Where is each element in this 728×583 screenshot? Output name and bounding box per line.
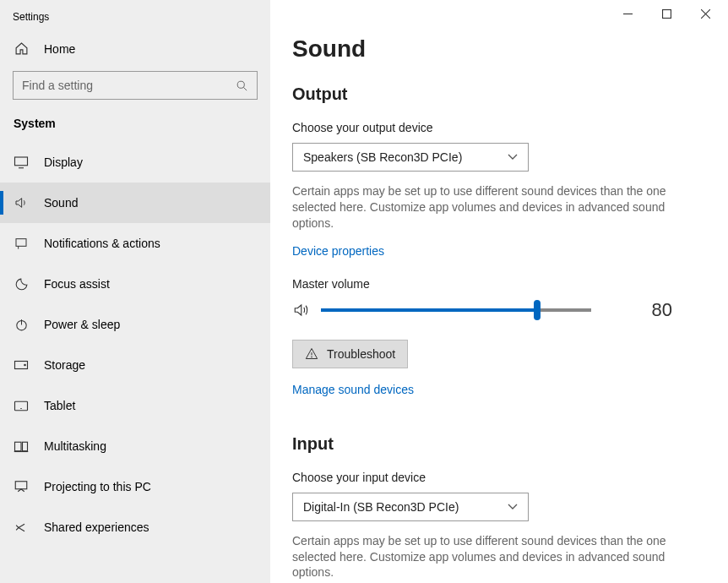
svg-rect-4 (16, 239, 26, 247)
tablet-icon (14, 400, 29, 412)
power-icon (14, 318, 29, 332)
timeline-icon (14, 440, 29, 453)
svg-point-20 (312, 357, 312, 357)
nav-item-sound[interactable]: Sound (0, 183, 270, 223)
main: Sound Output Choose your output device S… (270, 0, 728, 583)
input-desc: Certain apps may be set up to use differ… (292, 533, 672, 581)
sidebar: Settings Home System Display Sound Notif… (0, 0, 270, 583)
nav-label: Display (44, 155, 83, 169)
chevron-down-icon (508, 154, 518, 161)
device-properties-link[interactable]: Device properties (292, 244, 384, 258)
monitor-icon (14, 155, 29, 169)
nav-item-storage[interactable]: Storage (0, 345, 270, 385)
troubleshoot-label: Troubleshoot (327, 347, 395, 361)
svg-line-1 (243, 87, 247, 90)
maximize-button[interactable] (647, 1, 686, 26)
speaker-icon (14, 196, 29, 210)
svg-point-8 (24, 364, 26, 366)
close-button[interactable] (686, 1, 725, 26)
message-icon (14, 237, 29, 250)
input-heading: Input (292, 434, 706, 454)
nav: Display Sound Notifications & actions Fo… (0, 142, 270, 583)
svg-rect-9 (15, 401, 28, 411)
svg-rect-11 (15, 442, 22, 451)
volume-value: 80 (652, 299, 706, 321)
nav-label: Multitasking (44, 439, 106, 453)
svg-rect-2 (15, 157, 28, 166)
nav-label: Power & sleep (44, 318, 120, 331)
warning-icon (305, 347, 318, 360)
search-icon (236, 79, 248, 92)
output-heading: Output (292, 84, 706, 104)
moon-icon (14, 277, 29, 292)
home-label: Home (44, 42, 75, 56)
titlebar (270, 0, 728, 27)
input-device-value: Digital-In (SB Recon3D PCIe) (303, 500, 459, 514)
page-title: Sound (292, 35, 706, 63)
nav-label: Storage (44, 358, 85, 372)
search-input[interactable] (22, 79, 236, 92)
content: Sound Output Choose your output device S… (270, 27, 728, 583)
svg-rect-16 (662, 9, 671, 18)
home-link[interactable]: Home (0, 30, 270, 64)
svg-rect-12 (23, 442, 28, 451)
search-box[interactable] (13, 71, 258, 100)
nav-label: Focus assist (44, 277, 110, 291)
nav-label: Sound (44, 196, 78, 210)
slider-thumb[interactable] (534, 300, 541, 320)
output-device-dropdown[interactable]: Speakers (SB Recon3D PCIe) (292, 143, 529, 172)
nav-item-power[interactable]: Power & sleep (0, 304, 270, 345)
chevron-down-icon (508, 504, 518, 510)
nav-item-tablet[interactable]: Tablet (0, 385, 270, 426)
output-desc: Certain apps may be set up to use differ… (292, 183, 672, 232)
output-device-label: Choose your output device (292, 121, 706, 134)
svg-point-0 (237, 81, 244, 88)
manage-sound-link[interactable]: Manage sound devices (292, 383, 414, 396)
projecting-icon (14, 480, 29, 494)
home-icon (14, 41, 29, 56)
nav-label: Tablet (44, 399, 75, 412)
nav-item-focus-assist[interactable]: Focus assist (0, 264, 270, 304)
nav-label: Projecting to this PC (44, 480, 151, 493)
minimize-button[interactable] (608, 1, 647, 26)
nav-label: Shared experiences (44, 520, 149, 534)
drive-icon (14, 359, 29, 371)
master-volume-label: Master volume (292, 277, 706, 291)
nav-item-shared[interactable]: Shared experiences (0, 507, 270, 548)
nav-item-notifications[interactable]: Notifications & actions (0, 223, 270, 264)
volume-row: 80 (292, 299, 706, 321)
category-heading: System (0, 112, 270, 142)
app-title: Settings (0, 0, 270, 30)
nav-item-multitasking[interactable]: Multitasking (0, 426, 270, 466)
nav-item-projecting[interactable]: Projecting to this PC (0, 466, 270, 507)
input-device-label: Choose your input device (292, 471, 706, 484)
volume-slider[interactable] (321, 308, 591, 312)
nav-label: Notifications & actions (44, 237, 160, 250)
search-wrap (0, 64, 270, 112)
share-icon (14, 520, 29, 535)
volume-icon (292, 302, 309, 318)
input-device-dropdown[interactable]: Digital-In (SB Recon3D PCIe) (292, 493, 529, 521)
svg-rect-14 (15, 481, 27, 488)
output-device-value: Speakers (SB Recon3D PCIe) (303, 150, 462, 164)
slider-fill (321, 308, 537, 312)
troubleshoot-button[interactable]: Troubleshoot (292, 340, 408, 368)
nav-item-display[interactable]: Display (0, 142, 270, 183)
